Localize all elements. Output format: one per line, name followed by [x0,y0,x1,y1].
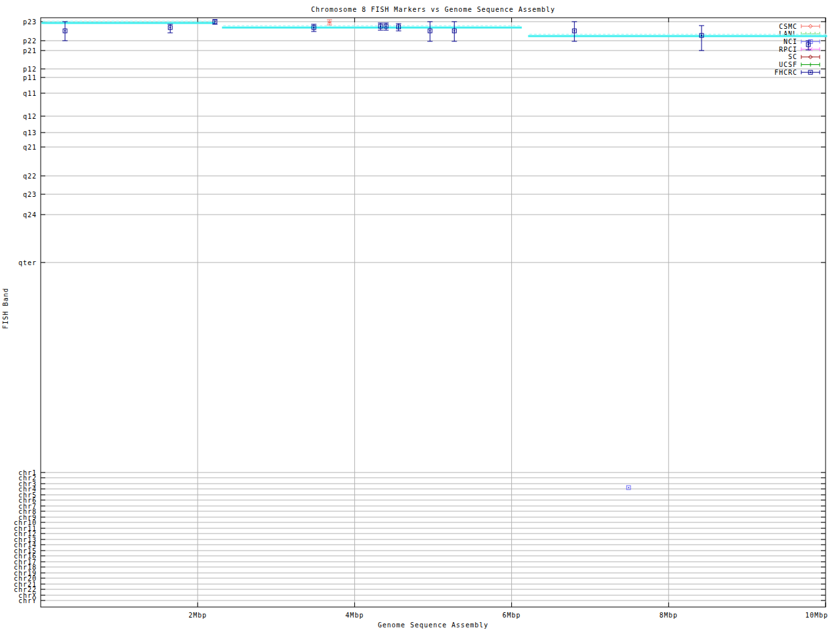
square-marker-dot [429,30,430,32]
data-point-csmc [327,20,332,25]
data-point-fhcrc [167,24,173,33]
legend-label-sc: SC [788,53,797,60]
square-marker-dot [64,30,66,32]
data-point-fhcrc [378,23,383,30]
band-segment [222,26,522,28]
x-tick-label-10Mbp: 10Mbp [805,612,828,619]
plot-border [41,18,826,607]
horizontal-gridlines [41,22,825,600]
square-marker-dot [808,44,809,45]
legend-entry-sc: SC [788,53,820,60]
x-tick-label-6Mbp: 6Mbp [503,612,521,619]
y-tick-label-q24: q24 [23,211,37,219]
data-point-fhcrc [396,24,401,31]
x-tick-label-2Mbp: 2Mbp [188,612,207,619]
plot-frame [41,18,826,607]
legend-label-rpci: RPCI [779,46,797,53]
legend-entry-csmc: CSMC [779,23,820,30]
legend-label-fhcrc: FHCRC [774,69,797,76]
y-tick-label-q23: q23 [23,191,37,198]
series-csmc [327,20,332,25]
vertical-gridlines [198,18,669,606]
legend-label-csmc: CSMC [779,23,797,30]
x-tick-label-8Mbp: 8Mbp [660,612,678,619]
y-tick-label-chrY: chrY [18,597,37,604]
legend: CSMCLANLNCIRPCISCUCSFFHCRC [774,23,820,76]
data-points [62,20,811,490]
y-tick-label-p11: p11 [23,74,37,81]
data-point-fhcrc [699,26,704,51]
square-marker-dot [574,30,575,32]
square-marker-dot [380,26,381,27]
legend-label-ucsf: UCSF [779,61,797,68]
data-point-fhcrc [213,20,218,24]
y-tick-label-qter: qter [18,259,37,266]
square-marker-dot [313,27,314,28]
legend-entry-ucsf: UCSF [779,61,820,68]
band-segment [528,35,828,37]
y-tick-label-q13: q13 [23,129,37,136]
y-axis-title: FISH Band [2,287,9,329]
square-marker-dot [453,30,455,32]
y-tick-label-q11: q11 [23,90,37,97]
legend-label-nci: NCI [784,38,797,45]
y-tick-label-p22: p22 [23,37,37,45]
y-tick-label-p23: p23 [23,18,37,26]
chart-canvas: p23p22p21p12p11q11q12q13q21q22q23q24qter… [0,0,840,630]
data-point-fhcrc [311,24,316,32]
y-tick-label-q21: q21 [23,144,37,151]
square-marker-dot [385,26,387,27]
assembly-band-line [41,22,827,37]
legend-entry-fhcrc: FHCRC [774,69,820,76]
x-tick-labels: 2Mbp4Mbp6Mbp8Mbp10Mbp [188,612,828,619]
x-axis-title: Genome Sequence Assembly [378,621,489,629]
chart-title: Chromosome 8 FISH Markers vs Genome Sequ… [311,6,555,13]
y-tick-label-q22: q22 [23,173,37,180]
y-tick-labels: p23p22p21p12p11q11q12q13q21q22q23q24qter… [14,18,37,604]
square-marker-dot [628,487,629,488]
data-point-fhcrc [572,22,577,41]
data-point-fhcrc [427,22,432,41]
data-point-fhcrc [62,22,68,41]
square-marker-dot [701,35,702,36]
square-marker-dot [215,21,216,22]
square-marker-dot [169,27,171,28]
data-point-fhcrc [452,22,457,41]
y-tick-label-p21: p21 [23,47,37,54]
fish-markers-plot-window: p23p22p21p12p11q11q12q13q21q22q23q24qter… [0,0,840,630]
y-tick-label-p12: p12 [23,66,37,73]
legend-entry-nci: NCI [784,38,820,45]
square-marker-dot [398,26,399,28]
data-point-fhcrc [383,23,388,30]
legend-entry-rpci: RPCI [779,46,820,53]
x-tick-label-4Mbp: 4Mbp [345,612,364,619]
square-marker-dot [810,41,811,42]
square-marker-dot [810,72,811,73]
y-tick-label-q12: q12 [23,113,37,120]
